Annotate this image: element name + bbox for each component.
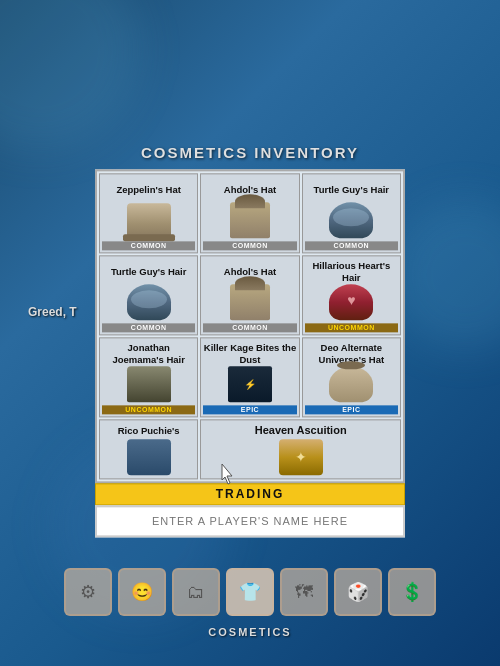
item-name: Hillarious Heart's Hair xyxy=(305,260,398,283)
list-item[interactable]: Turtle Guy's Hair COMMON xyxy=(99,255,198,335)
rarity-badge: COMMON xyxy=(102,241,195,250)
item-image xyxy=(225,283,275,321)
inventory-title: COSMETICS INVENTORY xyxy=(141,144,359,161)
heaven-icon: ✦ xyxy=(279,439,323,475)
rarity-badge: UNCOMMON xyxy=(305,323,398,332)
emotes-button[interactable]: 😊 xyxy=(118,568,166,616)
item-name: Zeppelin's Hat xyxy=(116,178,181,201)
item-name: Killer Kage Bites the Dust xyxy=(203,342,296,365)
rarity-badge: COMMON xyxy=(203,241,296,250)
item-image xyxy=(225,201,275,239)
item-name: Heaven Ascuition xyxy=(255,424,347,438)
list-item[interactable]: Jonathan Joemama's Hair UNCOMMON xyxy=(99,337,198,417)
kage-icon: ⚡ xyxy=(228,366,272,402)
jonathan-hair-icon xyxy=(127,366,171,402)
ahdol-hat-icon2 xyxy=(230,284,270,320)
skills-button[interactable]: 🎲 xyxy=(334,568,382,616)
turtle-hair-icon2 xyxy=(127,284,171,320)
hillarious-hair-icon xyxy=(329,284,373,320)
item-image xyxy=(124,283,174,321)
item-image xyxy=(326,283,376,321)
deo-hat-icon xyxy=(329,366,373,402)
cosmetics-button[interactable]: 👕 xyxy=(226,568,274,616)
item-name: Rico Puchie's xyxy=(118,424,180,438)
list-item[interactable]: Ahdol's Hat COMMON xyxy=(200,173,299,253)
trading-section: TRADING xyxy=(95,483,405,537)
inventory-button[interactable]: 🗂 xyxy=(172,568,220,616)
side-text: Greed, T xyxy=(28,305,77,319)
item-image xyxy=(124,201,174,239)
item-image xyxy=(326,201,376,239)
ahdol-hat-icon xyxy=(230,202,270,238)
player-name-input[interactable] xyxy=(95,505,405,537)
cosmetics-grid: Zeppelin's Hat COMMON Ahdol's Hat COMMON… xyxy=(95,169,405,483)
item-image: ✦ xyxy=(276,438,326,476)
rarity-badge: EPIC xyxy=(203,405,296,414)
main-panel: COSMETICS INVENTORY Zeppelin's Hat COMMO… xyxy=(80,144,420,537)
item-name: Turtle Guy's Hair xyxy=(314,178,389,201)
shop-button[interactable]: 💲 xyxy=(388,568,436,616)
toolbar: ⚙ 😊 🗂 👕 🗺 🎲 💲 xyxy=(64,568,436,616)
item-name: Jonathan Joemama's Hair xyxy=(102,342,195,365)
settings-button[interactable]: ⚙ xyxy=(64,568,112,616)
list-item[interactable]: Killer Kage Bites the Dust ⚡ EPIC xyxy=(200,337,299,417)
rico-icon xyxy=(127,439,171,475)
rarity-badge: COMMON xyxy=(102,323,195,332)
turtle-hair-icon xyxy=(329,202,373,238)
cosmetics-label: COSMETICS xyxy=(208,626,291,638)
list-item[interactable]: Turtle Guy's Hair COMMON xyxy=(302,173,401,253)
list-item[interactable]: Ahdol's Hat COMMON xyxy=(200,255,299,335)
item-image xyxy=(124,438,174,476)
trading-header: TRADING xyxy=(95,483,405,505)
map-button[interactable]: 🗺 xyxy=(280,568,328,616)
list-item[interactable]: Deo Alternate Universe's Hat EPIC xyxy=(302,337,401,417)
rarity-badge: COMMON xyxy=(203,323,296,332)
rarity-badge: EPIC xyxy=(305,405,398,414)
item-image xyxy=(326,365,376,403)
item-image xyxy=(124,365,174,403)
list-item[interactable]: Hillarious Heart's Hair UNCOMMON xyxy=(302,255,401,335)
item-name: Turtle Guy's Hair xyxy=(111,260,186,283)
list-item[interactable]: Rico Puchie's xyxy=(99,419,198,479)
list-item[interactable]: Heaven Ascuition ✦ xyxy=(200,419,401,479)
item-image: ⚡ xyxy=(225,365,275,403)
zeppelin-hat-icon xyxy=(127,203,171,237)
list-item[interactable]: Zeppelin's Hat COMMON xyxy=(99,173,198,253)
rarity-badge: UNCOMMON xyxy=(102,405,195,414)
rarity-badge: COMMON xyxy=(305,241,398,250)
